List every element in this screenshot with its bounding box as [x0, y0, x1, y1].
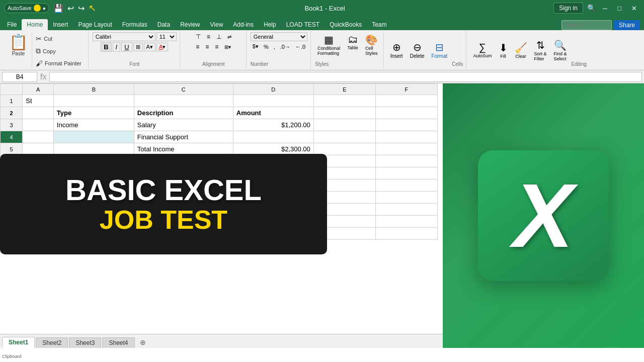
cell-b2[interactable]: Type	[53, 107, 134, 119]
col-header-d[interactable]: D	[233, 84, 313, 95]
cell-f8[interactable]	[375, 179, 437, 192]
row-header-1[interactable]: 1	[1, 95, 23, 107]
cell-f1[interactable]	[375, 95, 437, 107]
cell-f7[interactable]	[375, 167, 437, 179]
autosave-toggle[interactable]: AutoSave ●	[4, 3, 49, 13]
tab-help[interactable]: Help	[259, 19, 281, 30]
align-left-button[interactable]: ≡	[193, 42, 202, 51]
wrap-text-button[interactable]: ⇌	[225, 32, 234, 41]
paste-button[interactable]: 📋 Paste	[5, 32, 32, 68]
share-button[interactable]: Share	[614, 20, 640, 30]
sheet-tab-4[interactable]: Sheet4	[102, 337, 134, 348]
tab-review[interactable]: Review	[175, 19, 205, 30]
insert-cells-button[interactable]: ⊕ Insert	[388, 40, 406, 60]
cell-c1[interactable]	[134, 95, 233, 107]
col-header-c[interactable]: C	[134, 84, 233, 95]
tab-insert[interactable]: Insert	[48, 19, 73, 30]
cell-c5[interactable]: Total Income	[134, 143, 233, 155]
cell-e5[interactable]	[313, 143, 375, 155]
tab-home[interactable]: Home	[22, 19, 48, 30]
tab-data[interactable]: Data	[152, 19, 175, 30]
col-header-f[interactable]: F	[375, 84, 437, 95]
maximize-button[interactable]: □	[614, 4, 624, 13]
col-header-e[interactable]: E	[313, 84, 375, 95]
sign-in-button[interactable]: Sign in	[553, 3, 583, 14]
cell-a4[interactable]	[23, 131, 54, 143]
tab-loadtest[interactable]: LOAD TEST	[281, 19, 325, 30]
cell-c4[interactable]: Financial Support	[134, 131, 233, 143]
comma-button[interactable]: ,	[272, 43, 277, 51]
toolbar-icon-save[interactable]: 💾	[53, 4, 63, 13]
cell-d1[interactable]	[233, 95, 313, 107]
merge-cells-button[interactable]: ⊞▾	[222, 42, 233, 51]
align-right-button[interactable]: ≡	[212, 42, 221, 51]
cell-a5[interactable]	[23, 143, 54, 155]
cell-c2[interactable]: Description	[134, 107, 233, 119]
row-header-5[interactable]: 5	[1, 143, 23, 155]
clear-button[interactable]: 🧹 Clear	[512, 40, 530, 60]
cell-f9[interactable]	[375, 192, 437, 204]
col-header-a[interactable]: A	[23, 84, 54, 95]
font-color-button[interactable]: A▾	[156, 43, 168, 51]
cell-a3[interactable]	[23, 119, 54, 131]
find-select-button[interactable]: 🔍 Find &Select	[551, 38, 570, 63]
cell-styles-button[interactable]: 🎨 CellStyles	[363, 32, 380, 57]
cell-b5[interactable]	[53, 143, 134, 155]
cell-f6[interactable]	[375, 155, 437, 167]
formula-input[interactable]	[49, 72, 642, 82]
row-header-3[interactable]: 3	[1, 119, 23, 131]
cell-f3[interactable]	[375, 119, 437, 131]
align-bottom-button[interactable]: ⊥	[214, 32, 224, 41]
cell-b4[interactable]	[53, 131, 134, 143]
fill-color-button[interactable]: A▾	[144, 43, 155, 51]
cell-e2[interactable]	[313, 107, 375, 119]
sheet-tab-3[interactable]: Sheet3	[69, 337, 101, 348]
cell-d4[interactable]	[233, 131, 313, 143]
cell-c3[interactable]: Salary	[134, 119, 233, 131]
cell-f12[interactable]	[375, 228, 437, 240]
cell-f5[interactable]	[375, 143, 437, 155]
cell-d3[interactable]: $1,200.00	[233, 119, 313, 131]
add-sheet-button[interactable]: ⊕	[136, 337, 150, 348]
tab-view[interactable]: View	[205, 19, 228, 30]
align-center-button[interactable]: ≡	[203, 42, 211, 51]
tab-addins[interactable]: Add-ins	[228, 19, 259, 30]
cell-f10[interactable]	[375, 204, 437, 216]
cell-a1[interactable]: St	[23, 95, 54, 107]
conditional-formatting-button[interactable]: ▦ ConditionalFormatting	[315, 32, 343, 57]
cell-b1[interactable]	[53, 95, 134, 107]
number-format-select[interactable]: General Number Currency	[251, 32, 307, 41]
bold-button[interactable]: B	[101, 42, 111, 52]
underline-button[interactable]: U	[121, 42, 132, 52]
cell-f4[interactable]	[375, 131, 437, 143]
copy-button[interactable]: ⧉ Copy	[33, 45, 84, 57]
cut-button[interactable]: ✂ Cut	[33, 33, 84, 44]
autosum-button[interactable]: ∑ AutoSum	[470, 40, 494, 60]
font-size-select[interactable]: 11	[156, 32, 177, 41]
tab-formulas[interactable]: Formulas	[117, 19, 152, 30]
cell-d2[interactable]: Amount	[233, 107, 313, 119]
search-input[interactable]	[561, 20, 612, 30]
toolbar-icon-redo[interactable]: ↪	[78, 4, 85, 13]
cell-e1[interactable]	[313, 95, 375, 107]
align-middle-button[interactable]: ≡	[204, 32, 213, 41]
font-family-select[interactable]: Calibri	[93, 32, 155, 41]
row-header-2[interactable]: 2	[1, 107, 23, 119]
align-top-button[interactable]: ⊤	[193, 32, 203, 41]
cell-e4[interactable]	[313, 131, 375, 143]
search-icon[interactable]: 🔍	[587, 4, 596, 12]
minimize-button[interactable]: ─	[600, 4, 610, 13]
sheet-tab-1[interactable]: Sheet1	[2, 337, 35, 348]
cell-a2[interactable]	[23, 107, 54, 119]
tab-page-layout[interactable]: Page Layout	[73, 19, 117, 30]
increase-decimal-button[interactable]: .0→	[278, 43, 292, 51]
cell-b3[interactable]: Income	[53, 119, 134, 131]
format-painter-button[interactable]: 🖌 Format Painter	[33, 58, 84, 69]
cell-e3[interactable]	[313, 119, 375, 131]
row-header-4[interactable]: 4	[1, 131, 23, 143]
close-button[interactable]: ✕	[628, 4, 640, 13]
cell-f11[interactable]	[375, 216, 437, 228]
delete-cells-button[interactable]: ⊖ Delete	[408, 40, 427, 60]
border-button[interactable]: ⊞	[133, 43, 143, 51]
fill-button[interactable]: ⬇ Fill	[497, 40, 510, 60]
